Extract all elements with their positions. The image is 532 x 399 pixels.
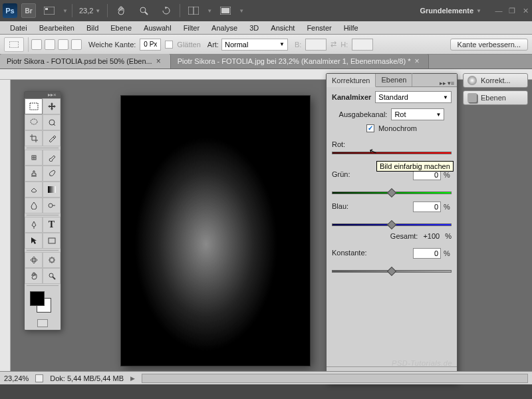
- preset-dropdown[interactable]: Standard▼: [375, 91, 452, 103]
- constant-slider[interactable]: [332, 268, 452, 275]
- zoom-tool-icon[interactable]: [134, 3, 153, 18]
- zoom-tool-icon[interactable]: [43, 268, 61, 284]
- eyedropper-tool-icon[interactable]: [43, 130, 61, 146]
- tools-collapse-icon[interactable]: ▸▸: [48, 92, 53, 98]
- green-slider[interactable]: [332, 190, 452, 196]
- hand-tool-icon[interactable]: [25, 268, 43, 284]
- blue-slider[interactable]: [332, 221, 452, 228]
- output-channel-dropdown[interactable]: Rot▼: [391, 108, 444, 120]
- menu-bearbeiten[interactable]: Bearbeiten: [33, 24, 80, 32]
- gradient-tool-icon[interactable]: [43, 182, 61, 198]
- tools-close-icon[interactable]: ×: [53, 92, 59, 98]
- 3d-rotate-tool-icon[interactable]: [25, 252, 43, 268]
- blue-value-input[interactable]: [413, 201, 441, 212]
- close-icon[interactable]: ✕: [521, 7, 529, 15]
- tab-close-icon[interactable]: ×: [156, 57, 161, 66]
- subtract-selection-icon[interactable]: [58, 39, 68, 50]
- eraser-tool-icon[interactable]: [25, 182, 43, 198]
- tab-korrekturen[interactable]: Korrekturen: [327, 74, 376, 87]
- zoom-level-field[interactable]: 23,2▼: [76, 7, 103, 15]
- shape-tool-icon[interactable]: [43, 233, 61, 249]
- menu-bild[interactable]: Bild: [80, 24, 104, 32]
- pct-label: %: [444, 171, 452, 179]
- constant-value-input[interactable]: [413, 248, 441, 259]
- screen-mode-icon[interactable]: [216, 3, 235, 18]
- feather-label: Weiche Kante:: [88, 41, 136, 49]
- workspace-dropdown[interactable]: Grundelemente▼: [416, 5, 485, 16]
- status-bar: 23,24% Dok: 5,44 MB/5,44 MB ▶: [0, 371, 532, 384]
- healing-tool-icon[interactable]: [25, 150, 43, 166]
- status-proxy-icon[interactable]: [35, 374, 43, 382]
- status-flyout-icon[interactable]: ▶: [130, 375, 135, 382]
- lasso-tool-icon[interactable]: [25, 114, 43, 130]
- options-bar: Weiche Kante: Glätten Art: Normal▼ B: ⇄ …: [0, 35, 532, 55]
- adjustments-icon: [467, 76, 477, 85]
- horizontal-scrollbar[interactable]: [142, 374, 528, 383]
- width-label: B:: [295, 41, 301, 49]
- document-tab-active[interactable]: Piotr Sikora - FOTOLIA.jpg bei 23,2% (Ka…: [171, 54, 430, 68]
- refine-edge-button[interactable]: Kante verbessern...: [450, 39, 528, 51]
- quick-select-tool-icon[interactable]: [43, 114, 61, 130]
- new-selection-icon[interactable]: [31, 39, 42, 50]
- document-tab-inactive[interactable]: Piotr Sikora - FOTOLIA.psd bei 50% (Eben…: [0, 54, 171, 68]
- quickmask-icon[interactable]: [37, 319, 48, 327]
- vertical-ruler: [0, 80, 11, 384]
- status-doc-info[interactable]: Dok: 5,44 MB/5,44 MB: [50, 374, 124, 382]
- path-select-tool-icon[interactable]: [25, 233, 43, 249]
- hand-tool-icon[interactable]: [112, 3, 130, 18]
- rotate-view-icon[interactable]: [157, 3, 176, 18]
- tab-ebenen[interactable]: Ebenen: [376, 73, 412, 86]
- add-selection-icon[interactable]: [45, 39, 55, 50]
- bridge-button[interactable]: Br: [21, 3, 36, 18]
- total-value: +100: [423, 232, 440, 240]
- antialias-checkbox[interactable]: [165, 41, 173, 49]
- arrange-documents-icon[interactable]: [184, 3, 203, 18]
- menu-auswahl[interactable]: Auswahl: [138, 24, 178, 32]
- pen-tool-icon[interactable]: [25, 217, 43, 233]
- tool-preset-picker[interactable]: [4, 37, 24, 52]
- canvas-image: [121, 96, 310, 366]
- document-canvas[interactable]: [121, 96, 310, 366]
- menu-filter[interactable]: Filter: [178, 24, 205, 32]
- menu-fenster[interactable]: Fenster: [301, 24, 337, 32]
- feather-input[interactable]: [140, 39, 161, 51]
- color-swatches[interactable]: [25, 287, 61, 317]
- menu-ansicht[interactable]: Ansicht: [265, 24, 301, 32]
- dock-korrekturen-button[interactable]: Korrekt...: [463, 73, 528, 88]
- svg-rect-18: [49, 238, 55, 243]
- history-brush-tool-icon[interactable]: [43, 166, 61, 182]
- marquee-tool-icon[interactable]: [25, 98, 43, 114]
- menu-datei[interactable]: Datei: [4, 24, 33, 32]
- app-title-bar: Ps Br ▼ 23,2▼ ▼ ▼ Grundelemente▼ — ❐ ✕: [0, 0, 532, 21]
- panel-expand-icon[interactable]: ▸▸: [440, 80, 446, 86]
- menu-hilfe[interactable]: Hilfe: [338, 24, 364, 32]
- blur-tool-icon[interactable]: [25, 198, 43, 213]
- tab-close-icon[interactable]: ×: [414, 57, 419, 66]
- red-slider[interactable]: [332, 150, 452, 156]
- 3d-pan-tool-icon[interactable]: [43, 252, 61, 268]
- menu-3d[interactable]: 3D: [243, 24, 265, 32]
- panel-menu-icon[interactable]: ▾≡: [448, 80, 454, 86]
- brush-tool-icon[interactable]: [43, 150, 61, 166]
- dodge-tool-icon[interactable]: [43, 198, 61, 213]
- tools-palette: ▸▸× T: [24, 91, 61, 331]
- foreground-color-swatch[interactable]: [30, 291, 45, 306]
- svg-rect-7: [221, 8, 229, 13]
- adjustments-panel: Korrekturen Ebenen ▸▸▾≡ Kanalmixer Stand…: [326, 73, 458, 383]
- intersect-selection-icon[interactable]: [71, 39, 82, 50]
- view-extras-icon[interactable]: [40, 3, 59, 18]
- menu-analyse[interactable]: Analyse: [205, 24, 243, 32]
- type-tool-icon[interactable]: T: [43, 217, 61, 233]
- menu-ebene[interactable]: Ebene: [104, 24, 138, 32]
- restore-icon[interactable]: ❐: [508, 7, 516, 15]
- style-dropdown[interactable]: Normal▼: [221, 39, 288, 51]
- document-tabs: Piotr Sikora - FOTOLIA.psd bei 50% (Eben…: [0, 55, 532, 69]
- stamp-tool-icon[interactable]: [25, 166, 43, 182]
- crop-tool-icon[interactable]: [25, 130, 43, 146]
- monochrome-checkbox[interactable]: [366, 124, 374, 132]
- svg-rect-21: [50, 258, 54, 262]
- status-zoom[interactable]: 23,24%: [4, 374, 29, 382]
- minimize-icon[interactable]: —: [495, 7, 503, 15]
- dock-ebenen-button[interactable]: Ebenen: [463, 90, 528, 105]
- move-tool-icon[interactable]: [43, 98, 61, 114]
